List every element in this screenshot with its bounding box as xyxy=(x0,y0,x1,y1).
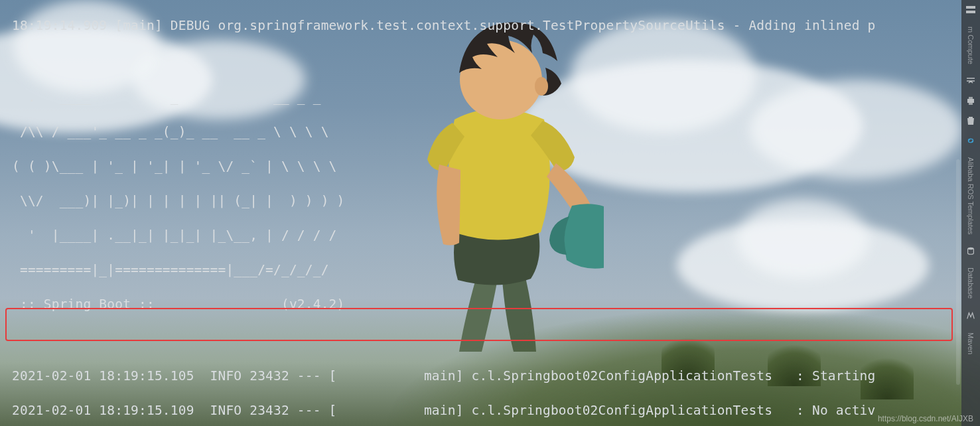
banner-line: /\\ / ___'_ __ _ _(_)_ __ __ _ \ \ \ \ xyxy=(12,123,961,141)
print-icon[interactable] xyxy=(965,95,977,107)
watermark-text: https://blog.csdn.net/AIJXB xyxy=(878,414,973,423)
log-line: 2021-02-01 18:19:15.105 INFO 23432 --- [… xyxy=(12,368,961,385)
svg-rect-6 xyxy=(969,97,973,99)
layout-icon[interactable] xyxy=(965,4,977,16)
svg-rect-5 xyxy=(967,99,974,103)
banner-line: ' |____| .__|_| |_|_| |_\__, | / / / / xyxy=(12,227,961,244)
svg-rect-4 xyxy=(966,11,975,13)
ide-right-toolbar: m Compute Alibaba ROS Templates Database… xyxy=(961,0,980,426)
database-icon[interactable] xyxy=(965,245,977,257)
banner-line: . ____ _ __ _ _ xyxy=(12,89,961,106)
banner-line: \\/ ___)| |_)| | | | | || (_| | ) ) ) ) xyxy=(12,192,961,210)
log-line: 2021-02-01 18:19:15.109 INFO 23432 --- [… xyxy=(12,402,961,419)
banner-line: =========|_|==============|___/=/_/_/_/ xyxy=(12,261,961,279)
svg-point-9 xyxy=(968,248,974,250)
trash-icon[interactable] xyxy=(965,115,977,127)
tool-tab-ros-templates[interactable]: Alibaba ROS Templates xyxy=(967,155,975,238)
collapse-icon[interactable] xyxy=(965,75,977,87)
console-output[interactable]: 18:19:14.909 [main] DEBUG org.springfram… xyxy=(0,0,961,426)
svg-rect-8 xyxy=(969,117,973,118)
vertical-scrollbar[interactable] xyxy=(956,159,960,385)
banner-line: ( ( )\___ | '_ | '_| | '_ \/ _` | \ \ \ … xyxy=(12,158,961,175)
tool-tab-database[interactable]: Database xyxy=(967,265,975,301)
maven-icon[interactable] xyxy=(965,310,977,322)
tool-tab-maven[interactable]: Maven xyxy=(967,330,975,357)
log-line-partial: 18:19:14.909 [main] DEBUG org.springfram… xyxy=(12,17,961,35)
svg-rect-3 xyxy=(966,6,975,9)
svg-rect-7 xyxy=(969,103,973,105)
banner-line: :: Spring Boot :: (v2.4.2) xyxy=(12,296,961,313)
tool-tab-compute[interactable]: m Compute xyxy=(967,24,975,67)
link-icon[interactable] xyxy=(965,135,977,147)
